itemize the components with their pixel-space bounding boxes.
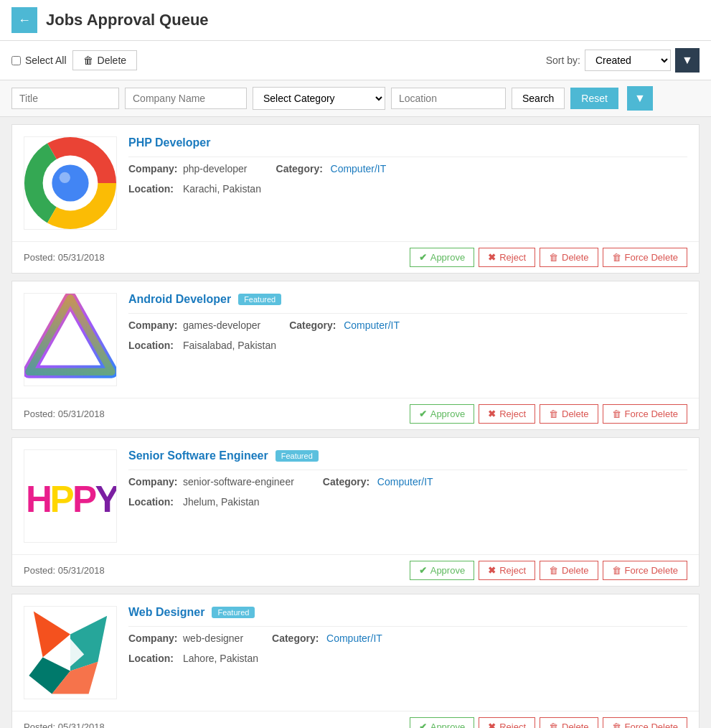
reject-label: Reject (499, 565, 526, 576)
sort-select[interactable]: Created Title Company Date (585, 50, 671, 71)
company-detail: Company: php-developer (128, 163, 248, 174)
job-details: Company: games-developer Category: Compu… (128, 319, 687, 331)
location-filter-input[interactable] (391, 88, 506, 109)
category-filter-select[interactable]: Select Category Computer/IT Design Marke… (253, 87, 385, 110)
job-title-link[interactable]: PHP Developer (128, 136, 210, 149)
svg-text:P: P (72, 479, 97, 520)
featured-badge: Featured (238, 294, 281, 305)
category-detail: Category: Computer/IT (323, 476, 433, 487)
check-icon: ✔ (419, 722, 427, 728)
delete-label: Delete (562, 565, 589, 576)
x-icon: ✖ (488, 409, 496, 419)
approve-button[interactable]: ✔ Approve (410, 404, 474, 424)
location-value: Jhelum, Pakistan (183, 496, 260, 508)
reject-button[interactable]: ✖ Reject (479, 404, 535, 424)
location-value: Lahore, Pakistan (183, 653, 258, 664)
delete-toolbar-button[interactable]: 🗑 Delete (72, 50, 137, 70)
delete-button[interactable]: 🗑 Delete (540, 404, 598, 424)
filter-expand-button[interactable]: ▼ (627, 86, 653, 111)
category-detail: Category: Computer/IT (272, 633, 382, 644)
page-header: ← Jobs Approval Queue (0, 0, 711, 41)
title-filter-input[interactable] (11, 88, 119, 109)
force-delete-button[interactable]: 🗑 Force Delete (603, 561, 687, 580)
job-title-link[interactable]: Web Designer (128, 606, 204, 619)
svg-point-2 (52, 164, 88, 201)
category-value: Computer/IT (377, 476, 433, 487)
job-info: Android Developer Featured Company: game… (128, 293, 687, 386)
location-label: Location: (128, 340, 179, 351)
approve-label: Approve (430, 252, 465, 263)
job-logo (24, 136, 117, 230)
approve-button[interactable]: ✔ Approve (410, 717, 474, 728)
approve-button[interactable]: ✔ Approve (410, 561, 474, 580)
force-delete-label: Force Delete (625, 722, 678, 728)
force-delete-button[interactable]: 🗑 Force Delete (603, 717, 687, 728)
job-card-top: PHP Developer Company: php-developer Cat… (12, 125, 699, 241)
job-logo (24, 606, 117, 699)
force-delete-button[interactable]: 🗑 Force Delete (603, 248, 687, 267)
sort-icon: ▼ (682, 54, 693, 67)
search-button[interactable]: Search (512, 88, 565, 109)
delete-button[interactable]: 🗑 Delete (540, 561, 598, 580)
force-delete-icon: 🗑 (612, 252, 621, 263)
check-icon: ✔ (419, 252, 427, 263)
job-title-link[interactable]: Android Developer (128, 293, 231, 306)
location-detail: Location: Lahore, Pakistan (128, 653, 687, 664)
force-delete-icon: 🗑 (612, 565, 621, 576)
sort-label: Sort by: (546, 55, 580, 66)
reject-button[interactable]: ✖ Reject (479, 248, 535, 267)
sort-direction-button[interactable]: ▼ (675, 48, 700, 73)
delete-toolbar-label: Delete (98, 55, 126, 66)
job-info: Senior Software Engineer Featured Compan… (128, 449, 687, 543)
approve-label: Approve (430, 409, 465, 419)
trash-icon: 🗑 (549, 409, 558, 419)
action-buttons: ✔ Approve ✖ Reject 🗑 Delete 🗑 Force Dele… (410, 404, 687, 424)
job-card-footer: Posted: 05/31/2018 ✔ Approve ✖ Reject 🗑 … (12, 241, 699, 273)
posted-date: Posted: 05/31/2018 (24, 252, 105, 263)
reject-label: Reject (499, 409, 526, 419)
x-icon: ✖ (488, 252, 496, 263)
company-value: games-developer (183, 319, 260, 331)
job-info: Web Designer Featured Company: web-desig… (128, 606, 687, 699)
reject-label: Reject (499, 252, 526, 263)
featured-badge: Featured (276, 450, 319, 462)
location-detail: Location: Faisalabad, Pakistan (128, 340, 687, 351)
location-label: Location: (128, 653, 179, 664)
job-card-footer: Posted: 05/31/2018 ✔ Approve ✖ Reject 🗑 … (12, 398, 699, 429)
category-label: Category: (276, 163, 326, 174)
reject-label: Reject (499, 722, 526, 728)
job-title-link[interactable]: Senior Software Engineer (128, 449, 268, 462)
approve-button[interactable]: ✔ Approve (410, 248, 474, 267)
job-logo (24, 293, 117, 386)
company-detail: Company: senior-software-engineer (128, 476, 294, 487)
reject-button[interactable]: ✖ Reject (479, 561, 535, 580)
force-delete-label: Force Delete (625, 252, 678, 263)
check-icon: ✔ (419, 565, 427, 576)
action-buttons: ✔ Approve ✖ Reject 🗑 Delete 🗑 Force Dele… (410, 561, 687, 580)
posted-date: Posted: 05/31/2018 (24, 409, 105, 419)
search-label: Search (522, 93, 554, 104)
page-title: Jobs Approval Queue (46, 11, 209, 29)
location-label: Location: (128, 496, 179, 508)
svg-point-3 (60, 172, 70, 183)
x-icon: ✖ (488, 722, 496, 728)
force-delete-button[interactable]: 🗑 Force Delete (603, 404, 687, 424)
company-filter-input[interactable] (125, 88, 247, 109)
select-all-checkbox[interactable] (11, 56, 21, 65)
company-value: php-developer (183, 163, 248, 174)
company-label: Company: (128, 476, 179, 487)
job-card-footer: Posted: 05/31/2018 ✔ Approve ✖ Reject 🗑 … (12, 554, 699, 586)
svg-text:H: H (26, 479, 52, 520)
delete-button[interactable]: 🗑 Delete (540, 717, 598, 728)
select-all-label[interactable]: Select All (11, 55, 67, 66)
delete-button[interactable]: 🗑 Delete (540, 248, 598, 267)
category-label: Category: (323, 476, 373, 487)
company-label: Company: (128, 163, 179, 174)
action-buttons: ✔ Approve ✖ Reject 🗑 Delete 🗑 Force Dele… (410, 248, 687, 267)
svg-text:Y: Y (95, 479, 116, 520)
back-button[interactable]: ← (11, 7, 37, 33)
company-value: senior-software-engineer (183, 476, 294, 487)
reject-button[interactable]: ✖ Reject (479, 717, 535, 728)
company-value: web-designer (183, 633, 243, 644)
reset-button[interactable]: Reset (570, 88, 618, 109)
